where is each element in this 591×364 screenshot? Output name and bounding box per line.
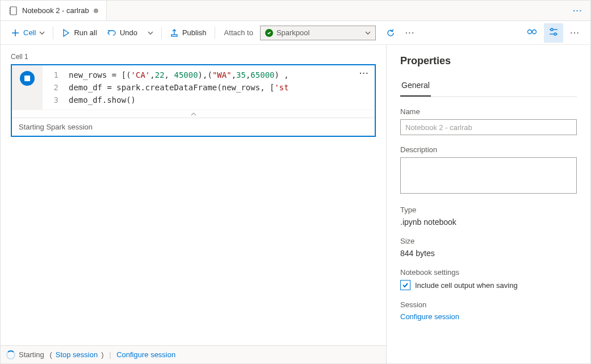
more-button[interactable]: ··· [565, 23, 585, 43]
svg-rect-7 [171, 35, 177, 36]
code-line[interactable]: 1new_rows = [('CA',22, 45000),("WA",35,6… [43, 69, 375, 81]
status-bar: Starting (Stop session) | Configure sess… [1, 345, 386, 363]
spark-pool-dropdown[interactable]: Sparkpool [260, 26, 376, 40]
properties-tabs: General [400, 77, 577, 97]
variables-icon [526, 26, 538, 39]
undo-label: Undo [120, 28, 137, 37]
attach-to-label: Attach to [219, 28, 259, 37]
notebook-icon [9, 6, 18, 15]
code-line[interactable]: 2demo_df = spark.createDataFrame(new_row… [43, 81, 375, 94]
play-icon [61, 28, 70, 37]
line-number: 1 [43, 69, 69, 81]
session-label: Session [400, 300, 577, 309]
variables-button[interactable] [522, 23, 542, 43]
size-value: 844 bytes [400, 249, 577, 258]
notebook-settings-label: Notebook settings [400, 268, 577, 277]
notebook-tab[interactable]: Notebook 2 - carlrab [1, 1, 107, 20]
svg-point-8 [528, 30, 532, 34]
properties-title: Properties [400, 55, 577, 67]
chevron-down-icon [148, 30, 153, 36]
publish-label: Publish [182, 28, 207, 37]
chevron-up-icon [191, 112, 196, 116]
code-line[interactable]: 3demo_df.show() [43, 94, 375, 106]
chevron-down-icon [365, 30, 371, 36]
refresh-icon [386, 28, 395, 37]
svg-rect-0 [10, 7, 16, 15]
status-ok-icon [265, 29, 273, 37]
sliders-icon [548, 26, 559, 39]
check-icon [402, 282, 409, 288]
undo-icon [107, 28, 116, 37]
name-label: Name [400, 107, 577, 116]
cell-more-menu[interactable]: ··· [359, 69, 369, 77]
chevron-down-icon [39, 30, 45, 36]
code-text[interactable]: demo_df = spark.createDataFrame(new_rows… [69, 81, 289, 94]
svg-point-13 [554, 33, 556, 35]
size-label: Size [400, 237, 577, 245]
svg-point-11 [551, 28, 553, 31]
description-label: Description [400, 145, 577, 154]
session-state: Starting [19, 350, 44, 359]
properties-toggle-button[interactable] [544, 23, 563, 43]
stop-icon [24, 76, 30, 81]
add-cell-label: Cell [23, 28, 36, 37]
ellipsis-icon: ··· [571, 28, 580, 37]
line-number: 3 [43, 94, 69, 106]
publish-icon [170, 28, 179, 37]
include-output-label: Include cell output when saving [415, 281, 518, 290]
unsaved-indicator-icon [94, 9, 98, 13]
tab-general[interactable]: General [400, 77, 431, 97]
type-value: .ipynb notebook [400, 217, 577, 227]
spinner-icon [6, 350, 15, 359]
collapse-toggle[interactable] [12, 110, 375, 118]
cell-label: Cell 1 [11, 53, 376, 61]
code-editor[interactable]: 1new_rows = [('CA',22, 45000),("WA",35,6… [43, 65, 375, 110]
properties-configure-session-link[interactable]: Configure session [400, 312, 459, 321]
tab-overflow-menu[interactable]: ··· [565, 6, 590, 15]
properties-panel: Properties General Name Description Type… [386, 45, 590, 363]
svg-point-9 [533, 30, 536, 34]
tab-title: Notebook 2 - carlrab [22, 6, 89, 15]
configure-session-link[interactable]: Configure session [116, 350, 175, 359]
run-all-label: Run all [74, 28, 97, 37]
stop-session-link[interactable]: Stop session [56, 350, 98, 359]
code-cell[interactable]: 1new_rows = [('CA',22, 45000),("WA",35,6… [11, 64, 376, 137]
pool-name: Sparkpool [276, 28, 310, 37]
tab-bar: Notebook 2 - carlrab ··· [1, 1, 590, 21]
publish-button[interactable]: Publish [165, 26, 211, 40]
type-label: Type [400, 206, 577, 214]
notebook-canvas: Cell 1 1new_rows = [('CA',22, 45000),("W… [1, 45, 386, 345]
plus-icon [11, 28, 20, 37]
description-input[interactable] [400, 157, 577, 194]
undo-dropdown[interactable] [143, 27, 158, 39]
cell-status: Starting Spark session [12, 118, 375, 136]
cell-gutter [12, 65, 43, 110]
name-input[interactable] [400, 119, 577, 135]
include-output-checkbox[interactable] [400, 280, 410, 290]
svg-marker-6 [64, 30, 69, 36]
toolbar-overflow-menu[interactable]: ··· [401, 28, 420, 37]
undo-button[interactable]: Undo [103, 26, 142, 40]
run-all-button[interactable]: Run all [57, 26, 101, 40]
code-text[interactable]: new_rows = [('CA',22, 45000),("WA",35,65… [69, 69, 289, 81]
add-cell-button[interactable]: Cell [6, 26, 49, 40]
code-text[interactable]: demo_df.show() [69, 94, 136, 106]
line-number: 2 [43, 81, 69, 94]
toolbar: Cell Run all Undo Publish Attach to Spar… [1, 21, 590, 45]
stop-cell-button[interactable] [20, 71, 35, 86]
refresh-button[interactable] [382, 26, 400, 40]
